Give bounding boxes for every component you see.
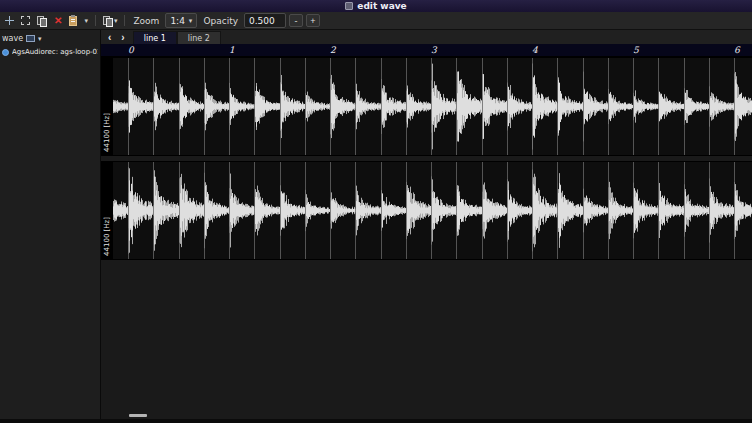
edit-wave-window: edit wave ✕ ▾ ▾ Zoom 1:4 ▾ Opacity 0.500… <box>0 0 752 423</box>
samplerate-strip: 44100 [Hz] <box>101 58 113 155</box>
copy-button[interactable] <box>35 15 49 27</box>
wave-channel-1: 44100 [Hz] <box>101 161 752 260</box>
machine-selector-caret-icon[interactable]: ▾ <box>38 35 42 43</box>
window-title: edit wave <box>357 0 406 12</box>
select-icon <box>21 16 30 25</box>
samplerate-label: 44100 [Hz] <box>103 217 111 256</box>
ruler-tick: 6 <box>734 44 740 56</box>
tool-menu-button[interactable]: ▾ <box>101 15 120 27</box>
nav-row: ‹ › line 1 line 2 <box>101 30 752 44</box>
timeline-ruler[interactable]: 0 1 2 3 4 5 6 <box>101 44 752 57</box>
zoom-caret-icon: ▾ <box>189 17 193 25</box>
ruler-tick: 5 <box>633 44 639 56</box>
opacity-decrement-button[interactable]: - <box>289 14 303 27</box>
nav-back-button[interactable]: ‹ <box>103 31 116 44</box>
tool-menu-caret-icon: ▾ <box>114 17 118 25</box>
samplerate-label: 44100 [Hz] <box>103 113 111 152</box>
toolbar-separator <box>95 15 96 26</box>
opacity-label: Opacity <box>203 16 238 26</box>
titlebar[interactable]: edit wave <box>0 0 752 12</box>
tab-line-2[interactable]: line 2 <box>177 31 221 44</box>
tool-menu-icon <box>103 16 113 26</box>
opacity-value: 0.500 <box>249 16 275 26</box>
waveform-canvas-1[interactable] <box>113 162 752 259</box>
ruler-tick: 0 <box>128 44 134 56</box>
wave-sidebar: wave ▾ AgsAudiorec: ags-loop-017 <box>0 30 101 419</box>
wave-editor: ‹ › line 1 line 2 0 1 2 3 4 5 6 44100 [H… <box>101 30 752 419</box>
paste-options-button[interactable]: ▾ <box>82 16 90 26</box>
horizontal-scrollbar-handle[interactable] <box>129 414 147 417</box>
ruler-tick: 3 <box>431 44 437 56</box>
paste-icon <box>69 16 77 26</box>
wave-channel-0: 44100 [Hz] <box>101 57 752 156</box>
select-button[interactable] <box>19 15 32 26</box>
zoom-label: Zoom <box>133 16 159 26</box>
zoom-combo[interactable]: 1:4 ▾ <box>165 13 197 28</box>
waveform-canvas-0[interactable] <box>113 58 752 155</box>
wave-toolbar: ✕ ▾ ▾ Zoom 1:4 ▾ Opacity 0.500 - + <box>0 12 752 30</box>
nav-forward-button[interactable]: › <box>116 31 129 44</box>
wave-label: wave <box>2 34 23 43</box>
window-bottom-edge <box>0 419 752 423</box>
content-area: wave ▾ AgsAudiorec: ags-loop-017 ‹ › lin… <box>0 30 752 419</box>
cut-icon: ✕ <box>54 16 62 26</box>
machine-selector-icon[interactable] <box>26 35 35 42</box>
samplerate-strip: 44100 [Hz] <box>101 162 113 259</box>
toolbar-separator <box>124 15 125 26</box>
cut-button[interactable]: ✕ <box>52 15 64 27</box>
zoom-value: 1:4 <box>170 16 184 26</box>
paste-options-caret-icon: ▾ <box>84 17 88 25</box>
sidebar-header: wave ▾ <box>0 30 100 46</box>
machine-item-label: AgsAudiorec: ags-loop-017 <box>12 48 98 56</box>
position-cursor-button[interactable] <box>3 15 16 26</box>
paste-button[interactable] <box>67 15 79 27</box>
line-tabs: line 1 line 2 <box>133 30 221 44</box>
machine-enabled-radio-icon[interactable] <box>2 49 9 56</box>
tab-line-1[interactable]: line 1 <box>133 31 177 44</box>
machine-item[interactable]: AgsAudiorec: ags-loop-017 <box>0 46 100 58</box>
ruler-tick: 1 <box>229 44 235 56</box>
position-cursor-icon <box>5 16 14 25</box>
horizontal-scrollbar[interactable] <box>101 412 752 419</box>
window-icon <box>345 2 353 10</box>
opacity-input[interactable]: 0.500 <box>244 13 286 28</box>
copy-icon <box>37 16 47 26</box>
ruler-tick: 4 <box>532 44 538 56</box>
ruler-tick: 2 <box>330 44 336 56</box>
opacity-increment-button[interactable]: + <box>306 14 320 27</box>
